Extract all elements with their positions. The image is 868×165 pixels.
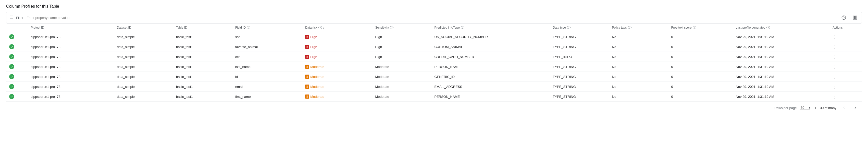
row-data-type: TYPE_STRING: [550, 62, 609, 72]
status-check-icon: [9, 54, 14, 59]
row-actions-menu-button[interactable]: ⋮: [833, 84, 837, 89]
columns-button[interactable]: [851, 14, 859, 21]
row-status: [6, 32, 28, 42]
risk-badge: !! Moderate: [305, 85, 324, 89]
risk-badge: !! High: [305, 45, 317, 49]
row-project-id: dlppsbqrun1-proj-78: [28, 72, 114, 82]
row-data-risk: !! Moderate: [302, 72, 372, 82]
row-actions-menu-button[interactable]: ⋮: [833, 34, 837, 39]
field-id-help-icon[interactable]: ?: [247, 26, 250, 29]
row-policy-tags: No: [609, 62, 668, 72]
row-data-type: TYPE_STRING: [550, 82, 609, 92]
col-header-free-text-score: Free text score ?: [668, 24, 733, 32]
row-predicted-info-type: PERSON_NAME: [431, 62, 550, 72]
row-actions-menu-button[interactable]: ⋮: [833, 94, 837, 99]
row-predicted-info-type: US_SOCIAL_SECURITY_NUMBER: [431, 32, 550, 42]
row-predicted-info-type: CREDIT_CARD_NUMBER: [431, 52, 550, 62]
row-status: [6, 62, 28, 72]
toolbar-right: [840, 14, 859, 21]
data-risk-help-icon[interactable]: ?: [318, 26, 322, 29]
page-container: Column Profiles for this Table Filter: [0, 0, 868, 116]
col-header-field-id: Field ID ?: [232, 24, 302, 32]
row-data-type: TYPE_INT64: [550, 52, 609, 62]
row-data-risk: !! High: [302, 42, 372, 52]
row-table-id: basic_test1: [173, 42, 232, 52]
row-actions: ⋮: [830, 92, 862, 102]
row-status: [6, 82, 28, 92]
row-table-id: basic_test1: [173, 52, 232, 62]
risk-level-icon: !!: [305, 85, 309, 89]
risk-level-icon: !!: [305, 55, 309, 59]
row-actions-menu-button[interactable]: ⋮: [833, 54, 837, 59]
col-header-data-type: Data type ?: [550, 24, 609, 32]
sensitivity-help-icon[interactable]: ?: [390, 26, 394, 29]
svg-rect-6: [855, 16, 856, 20]
col-header-sensitivity: Sensitivity ?: [372, 24, 431, 32]
row-actions: ⋮: [830, 42, 862, 52]
status-check-icon: [9, 34, 14, 39]
filter-input[interactable]: [27, 16, 840, 20]
prev-page-button[interactable]: [840, 104, 847, 111]
page-title: Column Profiles for this Table: [6, 4, 862, 9]
table-header: Project ID Dataset ID Table ID Field ID: [6, 24, 862, 32]
row-free-text-score: 0: [668, 32, 733, 42]
col-header-last-profile-generated: Last profile generated ?: [733, 24, 830, 32]
row-sensitivity: Moderate: [372, 62, 431, 72]
status-check-icon: [9, 94, 14, 99]
row-sensitivity: High: [372, 42, 431, 52]
free-text-score-help-icon[interactable]: ?: [693, 26, 696, 29]
row-actions: ⋮: [830, 72, 862, 82]
row-field-id: last_name: [232, 62, 302, 72]
row-actions-menu-button[interactable]: ⋮: [833, 74, 837, 79]
col-header-dataset-id: Dataset ID: [114, 24, 173, 32]
row-data-risk: !! High: [302, 52, 372, 62]
data-risk-sort-icon[interactable]: ↓: [323, 26, 325, 30]
col-header-status: [6, 24, 28, 32]
row-table-id: basic_test1: [173, 62, 232, 72]
rows-per-page-select[interactable]: 10 20 30 50 100: [800, 106, 810, 110]
data-type-help-icon[interactable]: ?: [567, 26, 570, 29]
row-actions-menu-button[interactable]: ⋮: [833, 44, 837, 49]
row-policy-tags: No: [609, 42, 668, 52]
row-data-type: TYPE_STRING: [550, 92, 609, 102]
row-policy-tags: No: [609, 72, 668, 82]
row-project-id: dlppsbqrun1-proj-78: [28, 82, 114, 92]
table-row: dlppsbqrun1-proj-78 data_simple basic_te…: [6, 62, 862, 72]
row-actions-menu-button[interactable]: ⋮: [833, 64, 837, 69]
row-data-type: TYPE_STRING: [550, 32, 609, 42]
risk-badge: !! Moderate: [305, 75, 324, 79]
help-button[interactable]: [840, 14, 847, 21]
row-field-id: ccn: [232, 52, 302, 62]
row-data-risk: !! Moderate: [302, 62, 372, 72]
next-page-button[interactable]: [852, 104, 859, 111]
row-field-id: favorite_animal: [232, 42, 302, 52]
row-sensitivity: Moderate: [372, 92, 431, 102]
filter-icon: [9, 15, 14, 21]
table-row: dlppsbqrun1-proj-78 data_simple basic_te…: [6, 52, 862, 62]
row-policy-tags: No: [609, 82, 668, 92]
row-status: [6, 52, 28, 62]
row-field-id: ssn: [232, 32, 302, 42]
row-data-risk: !! High: [302, 32, 372, 42]
row-dataset-id: data_simple: [114, 92, 173, 102]
data-table: Project ID Dataset ID Table ID Field ID: [6, 24, 862, 102]
last-profile-generated-help-icon[interactable]: ?: [767, 26, 770, 29]
row-sensitivity: High: [372, 52, 431, 62]
row-field-id: id: [232, 72, 302, 82]
status-check-icon: [9, 84, 14, 89]
predicted-info-type-help-icon[interactable]: ?: [461, 26, 464, 29]
row-actions: ⋮: [830, 32, 862, 42]
row-sensitivity: High: [372, 32, 431, 42]
row-last-profile-generated: Nov 29, 2021, 1:31:19 AM: [733, 62, 830, 72]
policy-tags-help-icon[interactable]: ?: [628, 26, 631, 29]
row-status: [6, 42, 28, 52]
filter-toolbar: Filter: [6, 12, 862, 24]
risk-level-icon: !!: [305, 45, 309, 49]
status-check-icon: [9, 64, 14, 69]
row-last-profile-generated: Nov 29, 2021, 1:31:19 AM: [733, 32, 830, 42]
row-dataset-id: data_simple: [114, 72, 173, 82]
risk-badge: !! High: [305, 55, 317, 59]
row-last-profile-generated: Nov 29, 2021, 1:31:19 AM: [733, 72, 830, 82]
table-footer: Rows per page: 10 20 30 50 100 1 – 30 of…: [6, 102, 862, 114]
row-data-risk: !! Moderate: [302, 92, 372, 102]
